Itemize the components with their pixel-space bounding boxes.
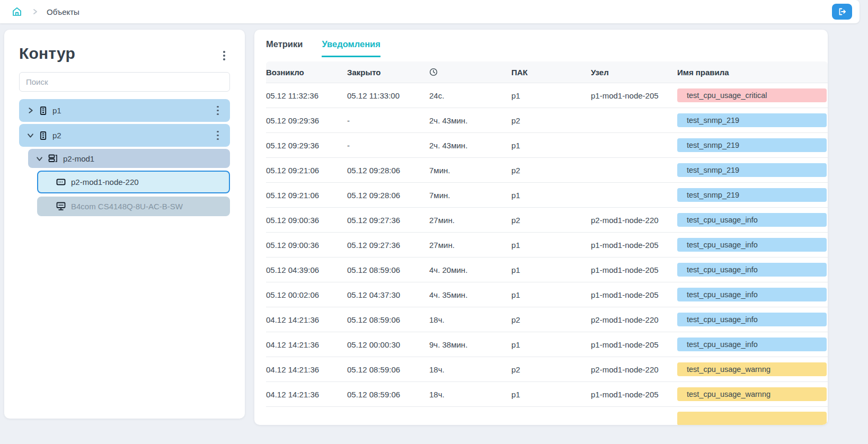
table-row[interactable]: 05.12 00:02:06 05.12 04:37:30 4ч. 35мин.…	[266, 282, 828, 307]
tree-item-label: B4com CS4148Q-8U-AC-B-SW	[71, 202, 183, 211]
tree-item-label: p2	[52, 131, 61, 140]
rule-badge: test_snmp_219	[677, 188, 827, 202]
cell-opened: 04.12 14:21:36	[266, 365, 347, 374]
cell-opened: 04.12 14:21:36	[266, 315, 347, 324]
rule-badge: test_cpu_usage_info	[677, 338, 827, 351]
column-header-duration	[429, 68, 511, 76]
cell-rule: test_cpu_usage_info	[677, 288, 828, 301]
table-row[interactable]: 05.12 09:00:36 05.12 09:27:36 27мин. p2 …	[266, 207, 828, 232]
table-row[interactable]: 05.12 11:32:36 05.12 11:33:00 24с. p1 p1…	[266, 83, 828, 108]
cell-duration: 24с.	[429, 91, 511, 100]
cell-opened: 05.12 09:00:36	[266, 241, 347, 250]
table-row[interactable]: 04.12 14:21:36 05.12 00:00:30 9ч. 38мин.…	[266, 332, 828, 357]
table-body: 05.12 11:32:36 05.12 11:33:00 24с. p1 p1…	[266, 83, 828, 425]
cell-pak: p2	[511, 365, 591, 374]
cell-pak: p2	[511, 315, 591, 324]
cell-pak: p2	[511, 216, 591, 225]
tree-item-kebab-icon[interactable]	[212, 129, 224, 143]
cell-closed: 05.12 09:28:06	[347, 166, 429, 175]
node-icon	[56, 179, 66, 185]
column-header-closed: Закрыто	[347, 68, 429, 77]
cell-pak: p1	[511, 191, 591, 200]
cell-duration: 2ч. 43мин.	[429, 116, 511, 125]
tree-item-label: p2-mod1-node-220	[71, 177, 139, 187]
tree-item-p2-mod1[interactable]: p2-mod1	[28, 149, 230, 168]
rule-badge: test_snmp_219	[677, 163, 827, 177]
cell-node: p2-mod1-node-220	[591, 315, 677, 324]
cell-rule: test_snmp_219	[677, 163, 828, 177]
column-header-rule: Имя правила	[677, 68, 828, 77]
table-row[interactable]: 05.12 04:39:06 05.12 08:59:06 4ч. 20мин.…	[266, 257, 828, 282]
cell-rule: test_snmp_219	[677, 113, 828, 127]
tree-item-b4com-switch[interactable]: B4com CS4148Q-8U-AC-B-SW	[37, 197, 230, 216]
cell-rule: test_cpu_usage_info	[677, 263, 828, 277]
clock-icon	[429, 68, 438, 76]
cell-node: p1-mod1-node-205	[591, 91, 677, 100]
chevron-down-icon[interactable]	[36, 155, 43, 162]
cell-pak: p1	[511, 141, 591, 150]
chevron-down-icon[interactable]	[26, 132, 34, 139]
cell-opened: 04.12 14:21:36	[266, 340, 347, 349]
cell-duration: 18ч.	[429, 315, 511, 324]
breadcrumb[interactable]: Объекты	[47, 7, 79, 16]
cell-rule	[677, 412, 828, 425]
table-row[interactable]: 04.12 14:21:36 05.12 08:59:06 18ч. p2 p2…	[266, 357, 828, 381]
logout-button[interactable]	[832, 4, 852, 20]
module-icon	[48, 154, 58, 163]
table-row[interactable]: 05.12 09:29:36 - 2ч. 43мин. p1 test_snmp…	[266, 132, 828, 157]
table-row[interactable]: 05.12 09:00:36 05.12 09:27:36 27мин. p1 …	[266, 232, 828, 257]
cabinet-icon	[39, 106, 47, 116]
tree-item-p2[interactable]: p2	[19, 124, 230, 147]
tab-notifications[interactable]: Уведомления	[322, 39, 380, 57]
cell-duration: 4ч. 35мин.	[429, 290, 511, 299]
rule-badge: test_cpu_usage_info	[677, 238, 827, 252]
cell-rule: test_cpu_usage_info	[677, 213, 828, 227]
cell-rule: test_snmp_219	[677, 188, 828, 202]
cell-node: p2-mod1-node-220	[591, 216, 677, 225]
cell-rule: test_cpu_usage_critical	[677, 88, 828, 102]
cell-duration: 9ч. 38мин.	[429, 340, 511, 349]
table-row[interactable]: 05.12 09:21:06 05.12 09:28:06 7мин. p2 t…	[266, 157, 828, 182]
cell-opened: 05.12 09:21:06	[266, 191, 347, 200]
rule-badge: test_snmp_219	[677, 113, 827, 127]
cell-duration: 18ч.	[429, 365, 511, 374]
cell-closed: 05.12 09:27:36	[347, 216, 429, 225]
column-header-opened: Возникло	[266, 68, 347, 77]
rule-badge: test_cpu_usage_warnng	[677, 387, 827, 401]
switch-icon	[56, 202, 66, 211]
cell-node: p2-mod1-node-220	[591, 365, 677, 374]
cell-closed: 05.12 09:28:06	[347, 191, 429, 200]
table-row[interactable]: 04.12 14:21:36 05.12 08:59:06 18ч. p1 p1…	[266, 381, 828, 406]
cell-closed: -	[347, 116, 429, 125]
sidebar-kebab-menu-icon[interactable]	[218, 49, 230, 63]
cell-node: p1-mod1-node-205	[591, 290, 677, 299]
cell-duration: 18ч.	[429, 390, 511, 399]
tree-item-p1[interactable]: p1	[19, 99, 230, 122]
notifications-table: Возникло Закрыто ПАК Узел Имя правила 05…	[266, 61, 828, 425]
tab-metrics[interactable]: Метрики	[266, 39, 303, 57]
cell-rule: test_cpu_usage_info	[677, 238, 828, 252]
home-icon[interactable]	[11, 5, 23, 18]
cell-pak: p2	[511, 116, 591, 125]
cell-node: p1-mod1-node-205	[591, 265, 677, 274]
cell-pak: p1	[511, 241, 591, 250]
cell-closed: 05.12 09:27:36	[347, 241, 429, 250]
table-row[interactable]: 04.12 14:21:36 05.12 08:59:06 18ч. p2 p2…	[266, 307, 828, 332]
chevron-right-icon[interactable]	[26, 107, 34, 114]
cell-closed: 05.12 04:37:30	[347, 290, 429, 299]
rule-badge: test_cpu_usage_info	[677, 288, 827, 301]
rule-badge: test_cpu_usage_critical	[677, 88, 827, 102]
table-row[interactable]: 05.12 09:29:36 - 2ч. 43мин. p2 test_snmp…	[266, 108, 828, 132]
rule-badge: test_cpu_usage_warnng	[677, 362, 827, 376]
table-row[interactable]	[266, 406, 828, 425]
rule-badge: test_snmp_219	[677, 138, 827, 152]
tree-item-p2-mod1-node-220[interactable]: p2-mod1-node-220	[37, 171, 230, 193]
cell-duration: 2ч. 43мин.	[429, 141, 511, 150]
cell-pak: p1	[511, 265, 591, 274]
cell-opened: 05.12 09:00:36	[266, 216, 347, 225]
search-input[interactable]	[19, 72, 230, 92]
cell-opened: 05.12 00:02:06	[266, 290, 347, 299]
table-row[interactable]: 05.12 09:21:06 05.12 09:28:06 7мин. p1 t…	[266, 182, 828, 207]
tree-item-kebab-icon[interactable]	[212, 104, 224, 118]
cell-rule: test_cpu_usage_info	[677, 313, 828, 326]
